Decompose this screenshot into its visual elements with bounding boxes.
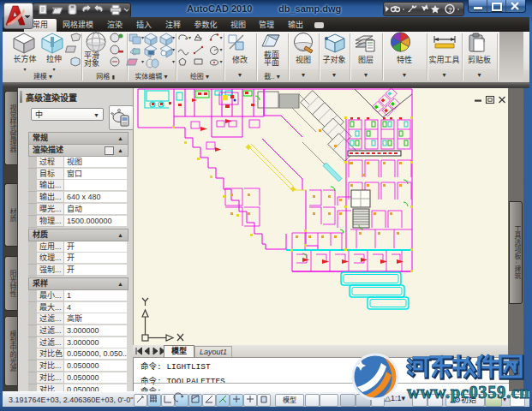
svg-text:▾: ▾ — [172, 59, 175, 64]
svg-text:▾: ▾ — [172, 47, 175, 52]
svg-text:?: ? — [448, 6, 452, 14]
svg-text:▾: ▾ — [220, 35, 223, 40]
svg-text:▾: ▾ — [172, 35, 175, 40]
svg-text:▾: ▾ — [141, 35, 144, 40]
svg-text:▾: ▾ — [188, 35, 191, 40]
svg-text:www.pc0359.cn: www.pc0359.cn — [407, 383, 529, 402]
svg-text:▾: ▾ — [220, 59, 223, 64]
svg-text:▾: ▾ — [141, 59, 144, 64]
svg-text:▾: ▾ — [220, 47, 223, 52]
